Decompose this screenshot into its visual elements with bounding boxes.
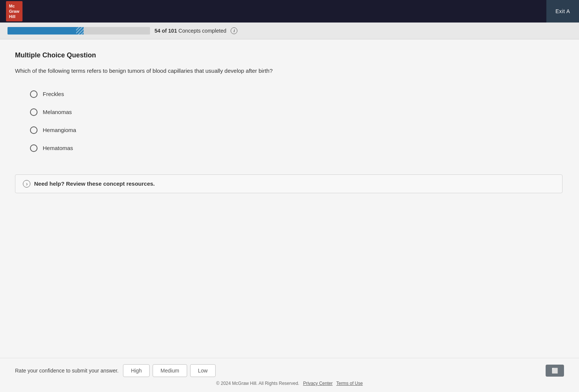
option-b[interactable]: Melanomas xyxy=(30,108,564,116)
footer-copyright: © 2024 McGraw Hill. All Rights Reserved.… xyxy=(15,381,564,386)
info-icon[interactable]: i xyxy=(231,27,237,34)
header: Mc Graw Hill Exit A xyxy=(0,0,579,23)
terms-of-use-link[interactable]: Terms of Use xyxy=(336,381,363,386)
option-c[interactable]: Hemangioma xyxy=(30,126,564,134)
copyright-text: © 2024 McGraw Hill. All Rights Reserved. xyxy=(216,381,300,386)
skip-button[interactable]: ⬜ xyxy=(546,365,564,377)
radio-b[interactable] xyxy=(30,108,38,116)
confidence-buttons: High Medium Low xyxy=(123,364,215,377)
confidence-section: Rate your confidence to submit your answ… xyxy=(15,364,216,377)
main-content: Multiple Choice Question Which of the fo… xyxy=(0,39,579,358)
progress-count: 54 of 101 xyxy=(154,28,177,34)
mcgraw-hill-logo: Mc Graw Hill xyxy=(6,1,22,22)
radio-a[interactable] xyxy=(30,90,38,98)
option-a[interactable]: Freckles xyxy=(30,90,564,98)
progress-bar-container xyxy=(8,27,150,35)
option-d[interactable]: Hematomas xyxy=(30,144,564,152)
medium-confidence-button[interactable]: Medium xyxy=(153,364,187,377)
question-type-label: Multiple Choice Question xyxy=(15,51,564,59)
footer-top: Rate your confidence to submit your answ… xyxy=(15,364,564,377)
privacy-center-link[interactable]: Privacy Center xyxy=(303,381,333,386)
help-text: Need help? Review these concept resource… xyxy=(34,180,155,187)
progress-text: 54 of 101 Concepts completed xyxy=(154,28,226,34)
progress-bar-stripe xyxy=(76,27,84,35)
radio-c[interactable] xyxy=(30,126,38,134)
options-container: Freckles Melanomas Hemangioma Hematomas xyxy=(30,90,564,152)
radio-d[interactable] xyxy=(30,144,38,152)
option-b-label: Melanomas xyxy=(43,109,72,115)
low-confidence-button[interactable]: Low xyxy=(190,364,216,377)
option-d-label: Hematomas xyxy=(43,145,73,151)
help-section[interactable]: Need help? Review these concept resource… xyxy=(15,174,562,193)
chevron-right-icon[interactable] xyxy=(23,180,30,188)
progress-label: Concepts completed xyxy=(178,28,226,34)
progress-bar-fill xyxy=(8,27,84,35)
progress-section: 54 of 101 Concepts completed i xyxy=(0,23,579,39)
confidence-label: Rate your confidence to submit your answ… xyxy=(15,368,118,374)
option-c-label: Hemangioma xyxy=(43,127,76,133)
question-text: Which of the following terms refers to b… xyxy=(15,67,352,75)
footer: Rate your confidence to submit your answ… xyxy=(0,358,579,392)
option-a-label: Freckles xyxy=(43,91,64,97)
high-confidence-button[interactable]: High xyxy=(123,364,150,377)
exit-button[interactable]: Exit A xyxy=(546,0,579,23)
